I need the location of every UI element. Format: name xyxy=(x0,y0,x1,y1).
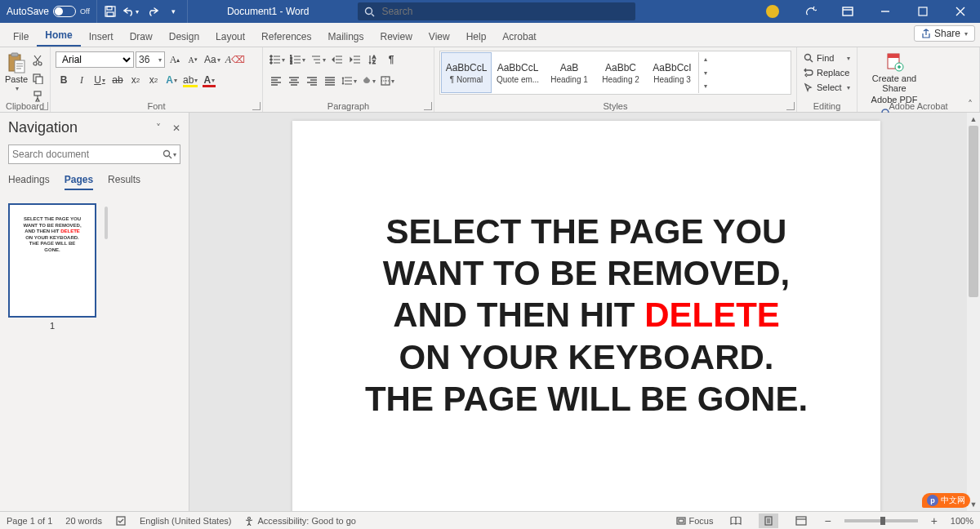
style-heading-3[interactable]: AaBbCcIHeading 3 xyxy=(647,52,697,93)
borders-button[interactable]: ▾ xyxy=(379,73,396,89)
search-box[interactable] xyxy=(358,2,635,20)
zoom-slider[interactable] xyxy=(844,519,918,522)
inc-indent-button[interactable] xyxy=(347,51,363,68)
collapse-ribbon-icon[interactable]: ˄ xyxy=(964,99,977,110)
status-words[interactable]: 20 words xyxy=(65,516,102,526)
style-heading-1[interactable]: AaBHeading 1 xyxy=(544,52,595,93)
change-case-icon[interactable]: Aa▾ xyxy=(203,51,222,68)
status-spellcheck-icon[interactable] xyxy=(115,515,127,527)
numbering-button[interactable]: 123▾ xyxy=(288,51,307,68)
tab-view[interactable]: View xyxy=(421,26,458,47)
strike-button[interactable]: ab xyxy=(109,72,126,88)
clear-format-icon[interactable]: A⌫ xyxy=(224,51,247,68)
maximize-button[interactable] xyxy=(906,0,939,23)
styles-row-up[interactable]: ▴ xyxy=(699,52,711,66)
text-effects-button[interactable]: A▾ xyxy=(163,72,180,88)
ribbon-display-icon[interactable] xyxy=(831,0,864,23)
zoom-level[interactable]: 100% xyxy=(951,516,973,526)
styles-row-down[interactable]: ▾ xyxy=(699,66,711,80)
cut-icon[interactable] xyxy=(29,52,46,69)
minimize-button[interactable] xyxy=(869,0,902,23)
tab-acrobat[interactable]: Acrobat xyxy=(494,26,544,47)
nav-close-icon[interactable]: ✕ xyxy=(172,122,180,134)
tab-design[interactable]: Design xyxy=(161,26,207,47)
zoom-in-button[interactable]: + xyxy=(931,514,938,527)
show-marks-button[interactable]: ¶ xyxy=(383,51,399,68)
read-mode-icon[interactable] xyxy=(726,513,746,528)
nav-tab-pages[interactable]: Pages xyxy=(65,174,93,190)
select-button[interactable]: Select▾ xyxy=(802,80,852,95)
style-quote-em---[interactable]: AaBbCcLQuote em... xyxy=(492,52,543,93)
font-color-button[interactable]: A▾ xyxy=(201,72,217,88)
nav-thumb-scrollbar[interactable] xyxy=(105,207,108,239)
close-button[interactable] xyxy=(944,0,977,23)
tab-help[interactable]: Help xyxy=(458,26,495,47)
font-size-select[interactable]: 36▾ xyxy=(136,51,165,68)
web-layout-icon[interactable] xyxy=(791,513,811,528)
tab-layout[interactable]: Layout xyxy=(207,26,253,47)
nav-search-input[interactable] xyxy=(12,149,163,160)
font-dialog-launcher[interactable] xyxy=(252,102,261,110)
status-page[interactable]: Page 1 of 1 xyxy=(7,516,52,526)
replace-button[interactable]: Replace xyxy=(802,65,852,80)
undo-icon[interactable]: ▾ xyxy=(122,2,141,21)
tab-file[interactable]: File xyxy=(5,26,37,47)
save-icon[interactable] xyxy=(100,2,120,21)
focus-button[interactable]: Focus xyxy=(676,516,714,526)
shading-button[interactable]: ▾ xyxy=(360,73,377,89)
styles-expand[interactable]: ▾ xyxy=(699,79,711,93)
redo-icon[interactable] xyxy=(143,2,163,21)
vertical-scrollbar[interactable]: ▲ ▼ xyxy=(967,113,980,511)
align-center-button[interactable] xyxy=(286,73,302,89)
search-input[interactable] xyxy=(381,6,629,17)
clipboard-dialog-launcher[interactable] xyxy=(40,102,48,110)
sort-button[interactable]: AZ xyxy=(365,51,381,68)
autosave-toggle[interactable] xyxy=(53,6,76,17)
status-language[interactable]: English (United States) xyxy=(140,516,232,526)
share-button[interactable]: Share ▾ xyxy=(914,25,975,42)
tab-home[interactable]: Home xyxy=(37,24,80,47)
highlight-button[interactable]: ab▾ xyxy=(181,72,199,88)
find-button[interactable]: Find▾ xyxy=(802,51,852,65)
subscript-button[interactable]: x2 xyxy=(127,72,144,88)
bold-button[interactable]: B xyxy=(56,72,72,88)
underline-button[interactable]: U▾ xyxy=(91,72,108,88)
font-name-select[interactable]: Arial xyxy=(56,51,134,68)
scroll-up-icon[interactable]: ▲ xyxy=(967,113,980,126)
nav-tab-headings[interactable]: Headings xyxy=(8,174,50,190)
zoom-out-button[interactable]: − xyxy=(824,514,831,527)
tab-draw[interactable]: Draw xyxy=(122,26,161,47)
styles-dialog-launcher[interactable] xyxy=(786,102,795,110)
shrink-font-icon[interactable]: A▾ xyxy=(185,51,201,68)
status-accessibility[interactable]: Accessibility: Good to go xyxy=(244,516,355,526)
document-page[interactable]: SELECT THE PAGE YOU WANT TO BE REMOVED, … xyxy=(292,121,880,511)
bullets-button[interactable]: ▾ xyxy=(268,51,287,68)
print-layout-icon[interactable] xyxy=(759,513,778,528)
tab-review[interactable]: Review xyxy=(372,26,421,47)
grow-font-icon[interactable]: A▴ xyxy=(167,51,183,68)
align-left-button[interactable] xyxy=(268,73,284,89)
superscript-button[interactable]: x2 xyxy=(145,72,162,88)
tab-references[interactable]: References xyxy=(253,26,319,47)
page-thumbnail[interactable]: SELECT THE PAGE YOU WANT TO BE REMOVED, … xyxy=(8,203,96,318)
nav-menu-icon[interactable]: ˅ xyxy=(156,122,161,134)
style-heading-2[interactable]: AaBbCHeading 2 xyxy=(595,52,646,93)
multilevel-button[interactable]: ▾ xyxy=(309,51,327,68)
paragraph-dialog-launcher[interactable] xyxy=(424,102,432,110)
tab-mailings[interactable]: Mailings xyxy=(319,26,372,47)
italic-button[interactable]: I xyxy=(74,72,90,88)
dec-indent-button[interactable] xyxy=(329,51,345,68)
line-spacing-button[interactable]: ▾ xyxy=(340,73,359,89)
paste-button[interactable]: Paste ▾ xyxy=(5,51,28,104)
nav-search-box[interactable]: ▾ xyxy=(8,144,180,164)
copy-icon[interactable] xyxy=(29,70,46,87)
account-avatar[interactable] xyxy=(756,0,789,23)
justify-button[interactable] xyxy=(322,73,338,89)
nav-search-dd[interactable]: ▾ xyxy=(173,151,176,158)
tab-insert[interactable]: Insert xyxy=(81,26,122,47)
scroll-thumb[interactable] xyxy=(969,126,978,297)
qat-customize-icon[interactable]: ▾ xyxy=(164,2,184,21)
align-right-button[interactable] xyxy=(304,73,320,89)
style---normal[interactable]: AaBbCcL¶ Normal xyxy=(441,52,492,93)
coming-soon-icon[interactable] xyxy=(794,0,826,23)
